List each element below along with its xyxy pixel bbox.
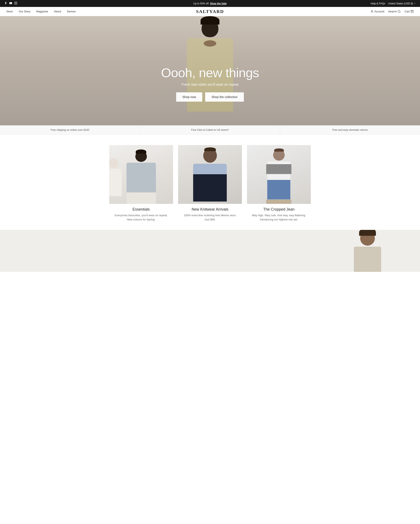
facebook-icon[interactable]	[4, 2, 7, 5]
cart-icon	[411, 10, 414, 13]
nav-our-story[interactable]: Our Story	[19, 10, 30, 13]
sale-announcement: Up to 50% off. Shop the Sale	[193, 2, 227, 5]
knitwear-head	[203, 148, 217, 163]
product-card-essentials[interactable]: Essentials Everyones favourites, you'll …	[109, 145, 173, 221]
nav-store[interactable]: Store	[6, 10, 13, 13]
youtube-icon[interactable]	[9, 2, 12, 5]
product-title-essentials: Essentials	[109, 207, 173, 212]
jean-head	[273, 149, 285, 161]
hero-content: Oooh, new things Fresh new styles you'll…	[161, 65, 259, 102]
svg-line-5	[400, 12, 401, 13]
knitwear-hair	[204, 147, 216, 151]
essentials-body2	[109, 169, 122, 196]
hero-subtitle: Fresh new styles you'll wear on repeat	[161, 83, 259, 87]
nav-about[interactable]: About	[54, 10, 61, 13]
currency-selector[interactable]: United States (USD $)	[388, 2, 416, 5]
essentials-figure2	[109, 154, 120, 204]
essentials-body	[126, 163, 156, 192]
product-desc-jean: Way high. Way cute. And way, way flatter…	[247, 213, 311, 221]
product-card-knitwear[interactable]: New Knitwear Arrivals 100% extra-fine mu…	[178, 145, 242, 221]
nav-magazine[interactable]: Magazine	[36, 10, 48, 13]
nav-demos[interactable]: Demos	[67, 10, 76, 13]
person-scarf	[204, 40, 216, 47]
essentials-legs	[126, 193, 156, 204]
shop-collection-button[interactable]: Shop the collection	[205, 92, 244, 102]
nav-left: Store Our Story Magazine About Demos	[6, 10, 76, 13]
shipping-item-2: Free Click & Collect to US stores*	[140, 126, 280, 134]
instagram-icon[interactable]	[14, 2, 17, 5]
product-image-knitwear	[178, 145, 242, 204]
search-icon	[398, 10, 401, 13]
product-desc-knitwear: 100% extra-fine mulesing free Merino woo…	[178, 213, 242, 221]
shipping-bar: Free shipping on orders over $100 Free C…	[0, 125, 420, 135]
shop-now-button[interactable]: Shop now	[176, 92, 202, 102]
svg-point-4	[398, 10, 400, 12]
svg-rect-1	[15, 2, 17, 4]
essentials-head	[135, 151, 147, 162]
shipping-item-1: Free shipping on orders over $100	[0, 126, 140, 134]
nav-account[interactable]: Account	[370, 10, 384, 13]
nav-search[interactable]: Search	[388, 10, 401, 13]
teaser-head	[360, 231, 375, 246]
header-utility-links: Help & FAQs United States (USD $)	[371, 2, 416, 5]
essentials-hair	[136, 149, 146, 154]
teaser-body	[354, 247, 381, 272]
social-icons	[4, 2, 17, 5]
shop-sale-link[interactable]: Shop the Sale	[210, 2, 227, 5]
jean-figure	[257, 146, 301, 204]
hero-buttons: Shop now Shop the collection	[161, 92, 259, 102]
products-grid: Essentials Everyones favourites, you'll …	[109, 145, 311, 221]
hero-title: Oooh, new things	[161, 65, 259, 80]
jean-hair	[274, 148, 284, 152]
product-image-essentials	[109, 145, 173, 204]
essentials-figure	[115, 148, 166, 204]
person-hair	[201, 16, 219, 25]
nav-cart[interactable]: Cart	[404, 10, 414, 13]
jean-vest	[266, 164, 291, 174]
bottom-teaser-section	[0, 230, 420, 272]
announcement-bar: Up to 50% off. Shop the Sale Help & FAQs…	[0, 0, 420, 7]
product-image-jean	[247, 145, 311, 204]
essentials-head2	[109, 158, 118, 168]
jean-shoes	[266, 200, 291, 204]
hero-section: Oooh, new things Fresh new styles you'll…	[0, 16, 420, 125]
product-title-knitwear: New Knitwear Arrivals	[178, 207, 242, 212]
knitwear-figure	[183, 146, 237, 204]
person-head	[201, 19, 219, 37]
products-section: Essentials Everyones favourites, you'll …	[0, 135, 420, 230]
shipping-item-3: Free and easy domestic returns	[280, 126, 420, 134]
svg-point-3	[371, 10, 373, 11]
knitwear-cardigan	[193, 174, 227, 201]
product-desc-essentials: Everyones favourites, you'll wear on rep…	[109, 213, 173, 221]
jean-jeans	[267, 180, 290, 200]
site-logo[interactable]: SALTYARD	[196, 9, 224, 14]
product-title-jean: The Cropped Jean	[247, 207, 311, 212]
nav-right: Account Search Cart	[370, 10, 414, 13]
product-card-jean[interactable]: The Cropped Jean Way high. Way cute. And…	[247, 145, 311, 221]
main-nav: Store Our Story Magazine About Demos SAL…	[0, 7, 420, 16]
teaser-figure	[349, 231, 386, 272]
help-faq-link[interactable]: Help & FAQs	[371, 2, 385, 5]
account-icon	[370, 10, 374, 13]
